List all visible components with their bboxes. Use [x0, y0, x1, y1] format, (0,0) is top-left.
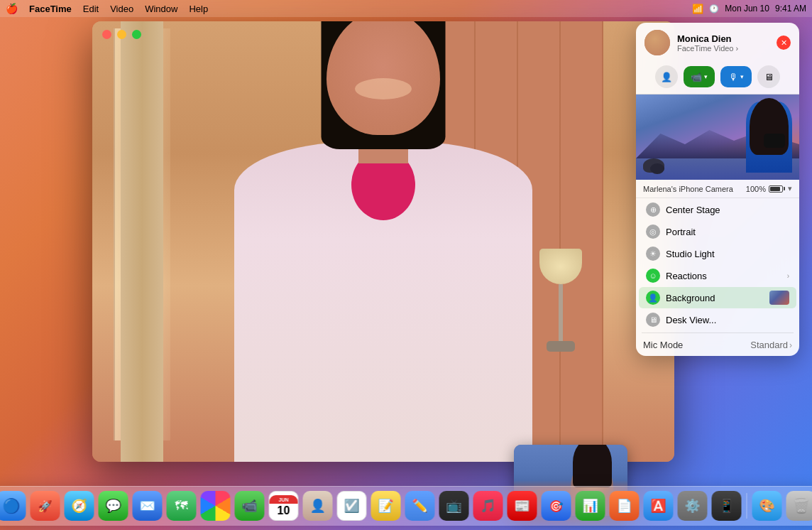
dock-item-news[interactable]: 📰	[507, 490, 538, 521]
menubar-menu-video[interactable]: Video	[110, 4, 133, 14]
dock-item-trash[interactable]: 🗑️	[786, 490, 813, 521]
dock-item-safari[interactable]: 🧭	[64, 490, 95, 521]
dock-item-calendar[interactable]: JUN 10	[268, 490, 300, 521]
camera-bar: Marlena's iPhone Camera 100% ▾	[636, 180, 799, 198]
appstore-icon: 🅰️	[644, 491, 674, 521]
dock-item-iphone[interactable]: 📱	[711, 490, 742, 521]
screen-share-icon: 🖥	[764, 72, 774, 82]
mic-button[interactable]: 🎙 ▾	[720, 66, 752, 87]
portrait-label: Portrait	[666, 227, 789, 237]
dock-item-photos[interactable]	[200, 490, 231, 521]
dock-item-appstore[interactable]: 🅰️	[643, 490, 674, 521]
call-type[interactable]: FaceTime Video ›	[677, 44, 769, 53]
menu-item-portrait[interactable]: ◎ Portrait	[639, 221, 796, 242]
menubar-date: Mon Jun 10	[725, 4, 769, 13]
calendar-month: JUN	[278, 497, 288, 502]
trash-icon: 🗑️	[786, 491, 813, 521]
camera-chevron[interactable]: ▾	[788, 184, 792, 193]
calendar-icon: JUN 10	[269, 491, 299, 521]
menubar-left: 🍎 FaceTime Edit Video Window Help	[6, 3, 208, 14]
lamp	[532, 249, 589, 391]
video-button[interactable]: 📹 ▾	[684, 66, 715, 87]
menu-item-reactions[interactable]: ☺ Reactions ›	[639, 265, 796, 286]
menu-item-background[interactable]: 👤 Background	[639, 287, 796, 308]
video-chevron-icon: ▾	[704, 73, 708, 80]
notif-header: Monica Dien FaceTime Video › ✕	[636, 23, 799, 61]
dock-item-settings[interactable]: ⚙️	[677, 490, 708, 521]
dock-item-messages[interactable]: 💬	[98, 490, 129, 521]
lamp-base	[547, 341, 575, 352]
dock-item-music[interactable]: 🎵	[473, 490, 504, 521]
microphone-icon: 🎙	[729, 72, 738, 82]
mic-mode-value: Standard	[750, 340, 788, 350]
window-minimize-button[interactable]	[117, 30, 126, 39]
reactions-chevron-icon: ›	[787, 272, 789, 280]
person-button[interactable]: 👤	[655, 65, 678, 88]
menubar-app-name[interactable]: FaceTime	[29, 4, 72, 14]
menu-item-desk-view[interactable]: 🖥 Desk View...	[639, 309, 796, 330]
messages-icon: 💬	[99, 491, 128, 521]
self-video-hair	[573, 445, 612, 487]
dock-item-reminders[interactable]: ☑️	[336, 490, 368, 521]
reminders-icon: ☑️	[337, 491, 367, 521]
dock-item-keynote[interactable]: 🎯	[541, 490, 572, 521]
window-close-button[interactable]	[102, 30, 111, 39]
controls-row: 👤 📹 ▾ 🎙 ▾ 🖥	[636, 61, 799, 94]
dock-item-notes[interactable]: 📝	[371, 490, 402, 521]
mic-mode-chevron-icon: ›	[789, 340, 792, 350]
battery-percent: 100%	[746, 185, 766, 193]
menubar-menu-window[interactable]: Window	[145, 4, 177, 14]
close-button[interactable]: ✕	[777, 36, 791, 50]
contacts-icon: 👤	[303, 491, 333, 521]
screen-share-button[interactable]: 🖥	[757, 65, 780, 88]
lamp-shade	[539, 249, 582, 284]
reactions-icon: ☺	[646, 269, 660, 283]
background-label: Background	[666, 293, 764, 303]
dock-item-numbers[interactable]: 📊	[575, 490, 606, 521]
desk-view-icon: 🖥	[646, 313, 660, 327]
dock-divider	[747, 493, 747, 519]
menubar-menu-edit[interactable]: Edit	[83, 4, 99, 14]
safari-icon: 🧭	[65, 491, 94, 521]
maps-icon: 🗺	[167, 491, 197, 521]
menu-item-studio-light[interactable]: ☀ Studio Light	[639, 243, 796, 264]
facetime-window	[92, 21, 674, 462]
dock-item-mail[interactable]: ✉️	[132, 490, 163, 521]
menubar-time: 9:41 AM	[775, 4, 806, 13]
dock-item-maps[interactable]: 🗺	[166, 490, 197, 521]
music-icon: 🎵	[473, 491, 503, 521]
mic-mode-bar[interactable]: Mic Mode Standard ›	[636, 335, 799, 356]
battery-icon	[769, 185, 785, 193]
settings-icon: ⚙️	[678, 491, 708, 521]
dock-item-launchpad[interactable]: 🚀	[30, 490, 61, 521]
freeform-icon: ✏️	[405, 491, 435, 521]
mic-chevron-icon: ▾	[740, 73, 744, 80]
dock-item-artstudio[interactable]: 🎨	[752, 490, 783, 521]
menubar-menu-help[interactable]: Help	[189, 4, 208, 14]
mic-mode-value-container: Standard ›	[750, 340, 792, 350]
window-maximize-button[interactable]	[132, 30, 141, 39]
dock-item-finder[interactable]: 🔵	[0, 490, 27, 521]
menu-item-center-stage[interactable]: ⊕ Center Stage	[639, 199, 796, 220]
smile-highlight	[355, 78, 412, 99]
background-icon: 👤	[646, 291, 660, 305]
portrait-icon: ◎	[646, 225, 660, 239]
dock-item-facetime[interactable]: 📹	[234, 490, 265, 521]
notif-info: Monica Dien FaceTime Video ›	[677, 33, 769, 53]
dock-item-pages[interactable]: 📄	[609, 490, 640, 521]
artstudio-icon: 🎨	[752, 491, 782, 521]
clock-icon: 🕐	[709, 4, 719, 13]
launchpad-icon: 🚀	[31, 491, 60, 521]
background-thumbnail	[769, 291, 789, 305]
numbers-icon: 📊	[576, 491, 605, 521]
preview-scarf	[764, 134, 785, 148]
pages-icon: 📄	[610, 491, 640, 521]
center-stage-label: Center Stage	[666, 205, 789, 215]
dock-item-appletv[interactable]: 📺	[439, 490, 470, 521]
dock-item-contacts[interactable]: 👤	[302, 490, 334, 521]
battery-container: 100% ▾	[746, 184, 792, 193]
dock-item-freeform[interactable]: ✏️	[405, 490, 436, 521]
studio-light-label: Studio Light	[666, 249, 789, 259]
apple-logo-icon[interactable]: 🍎	[6, 3, 18, 14]
facetime-video-content	[92, 21, 674, 462]
